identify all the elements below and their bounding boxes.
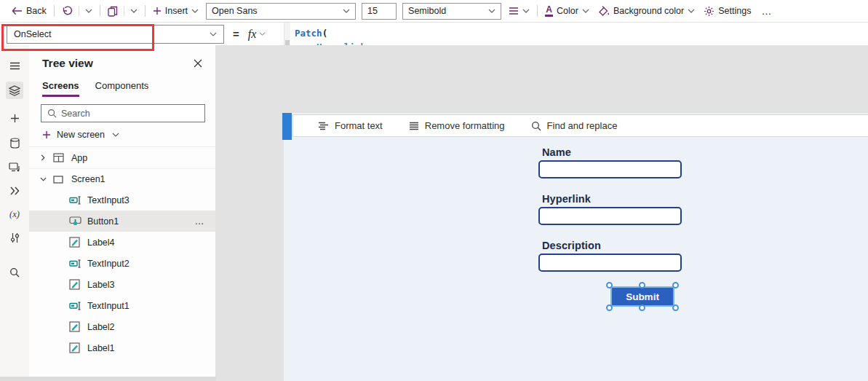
- undo-dropdown-chevron[interactable]: [81, 2, 97, 20]
- settings-button[interactable]: Settings: [699, 2, 755, 20]
- tree-item-label4[interactable]: Label4: [29, 232, 215, 253]
- remove-formatting-icon: [409, 122, 419, 130]
- top-toolbar: Back Insert Open Sans 15 Semibold A Colo…: [0, 0, 868, 23]
- new-screen-button[interactable]: New screen: [29, 122, 215, 146]
- tree-item-textinput2[interactable]: TextInput2: [29, 253, 215, 274]
- resize-handle[interactable]: [639, 282, 645, 288]
- tab-components[interactable]: Components: [95, 80, 149, 97]
- screen-toolbar: Format textRemove formattingFind and rep…: [292, 114, 868, 137]
- tree-item-app[interactable]: App: [29, 147, 215, 168]
- gear-icon: [704, 6, 714, 17]
- search-box[interactable]: [41, 104, 205, 122]
- item-overflow-button[interactable]: …: [195, 216, 206, 227]
- resize-handle[interactable]: [672, 305, 679, 311]
- chevron-down-icon[interactable]: [40, 176, 53, 182]
- textinput-icon: [69, 195, 87, 205]
- form-field: Name: [538, 146, 684, 178]
- label-icon: [69, 321, 87, 332]
- tree-item-screen1[interactable]: Screen1: [29, 168, 215, 189]
- media-icon[interactable]: [6, 159, 23, 176]
- separator: [145, 5, 146, 17]
- submit-button[interactable]: Submit: [610, 286, 674, 307]
- fx-button[interactable]: fx: [248, 28, 266, 41]
- undo-icon: [62, 6, 73, 16]
- tree-item-textinput3[interactable]: TextInput3: [29, 189, 215, 211]
- clipboard-icon: [108, 6, 118, 17]
- tree-item-label2[interactable]: Label2: [29, 316, 215, 337]
- power-automate-icon[interactable]: [6, 182, 23, 200]
- tree-item-textinput1[interactable]: TextInput1: [29, 295, 215, 316]
- panel-bottom-scrollbar[interactable]: [0, 377, 216, 381]
- name-input[interactable]: [538, 160, 682, 178]
- remove-formatting-button[interactable]: Remove formatting: [399, 115, 515, 136]
- font-weight-select[interactable]: Semibold: [402, 3, 501, 20]
- property-select[interactable]: OnSelect: [7, 25, 224, 44]
- chevron-right-icon[interactable]: [40, 154, 53, 161]
- insert-button[interactable]: Insert: [148, 2, 203, 20]
- hyperlink-input[interactable]: [538, 207, 682, 225]
- app-icon: [53, 153, 71, 162]
- form-field: Description: [538, 240, 684, 272]
- resize-handle[interactable]: [606, 305, 613, 311]
- tree-item-label3[interactable]: Label3: [29, 274, 215, 295]
- font-size-input[interactable]: 15: [362, 3, 397, 20]
- chevron-down-icon: [191, 9, 199, 13]
- blue-accent-bar: [282, 113, 292, 140]
- chevron-down-icon: [582, 9, 589, 13]
- separator: [124, 6, 124, 16]
- formula-line[interactable]: Patch(: [295, 26, 754, 40]
- button-icon: [69, 216, 87, 227]
- resize-handle[interactable]: [672, 282, 679, 288]
- resize-handle[interactable]: [639, 305, 645, 311]
- font-family-value: Open Sans: [212, 6, 258, 16]
- chevron-down-icon: [210, 32, 217, 36]
- search-input[interactable]: [61, 109, 185, 119]
- chevron-down-icon: [343, 9, 350, 13]
- tree-item-label: Label3: [87, 280, 115, 290]
- font-color-icon: A: [545, 5, 553, 17]
- background-color-button[interactable]: Background color: [594, 2, 699, 20]
- tree-view-icon[interactable]: [6, 82, 23, 99]
- back-button[interactable]: Back: [7, 2, 51, 20]
- chevron-down-icon: [522, 9, 530, 13]
- find-replace-button[interactable]: Find and replace: [521, 115, 628, 136]
- tree-item-label: Screen1: [71, 174, 105, 184]
- chevron-down-icon: [112, 133, 119, 137]
- advanced-tools-icon[interactable]: [6, 229, 23, 246]
- paste-dropdown-chevron[interactable]: [126, 2, 142, 20]
- toolbar-button-label: Remove formatting: [425, 120, 505, 131]
- undo-button[interactable]: [57, 2, 77, 20]
- tree-item-label1[interactable]: Label1: [29, 337, 215, 358]
- format-text-icon: [318, 122, 329, 130]
- menu-icon[interactable]: [6, 57, 23, 74]
- align-lines-icon: [509, 7, 519, 15]
- screen-icon: [53, 176, 71, 184]
- separator: [100, 5, 100, 17]
- tab-screens[interactable]: Screens: [42, 80, 79, 97]
- textinput-icon: [69, 301, 87, 311]
- toolbar-button-label: Format text: [335, 120, 383, 131]
- description-input[interactable]: [538, 254, 682, 272]
- font-color-button[interactable]: A Color: [541, 2, 594, 20]
- paste-button[interactable]: [103, 2, 122, 20]
- tree-item-button1[interactable]: Button1…: [29, 211, 215, 232]
- font-family-select[interactable]: Open Sans: [206, 3, 356, 20]
- insert-plus-icon[interactable]: [6, 109, 23, 127]
- toolbar-button-label: Find and replace: [547, 120, 618, 131]
- hyperlink-label: Hyperlink: [542, 193, 684, 205]
- insert-label: Insert: [165, 6, 188, 16]
- chevron-down-icon: [259, 32, 266, 36]
- font-weight-value: Semibold: [408, 6, 446, 16]
- format-text-button[interactable]: Format text: [308, 115, 393, 136]
- toolbar-overflow-button[interactable]: …: [755, 5, 778, 17]
- data-icon[interactable]: [6, 134, 23, 152]
- back-label: Back: [26, 6, 47, 16]
- variables-icon[interactable]: (x): [6, 205, 23, 223]
- separator: [54, 5, 55, 17]
- alignment-button[interactable]: [504, 2, 534, 20]
- search-icon[interactable]: [6, 264, 23, 281]
- resize-handle[interactable]: [606, 282, 613, 288]
- separator: [79, 6, 79, 16]
- settings-label: Settings: [718, 6, 751, 16]
- close-icon[interactable]: [192, 58, 204, 69]
